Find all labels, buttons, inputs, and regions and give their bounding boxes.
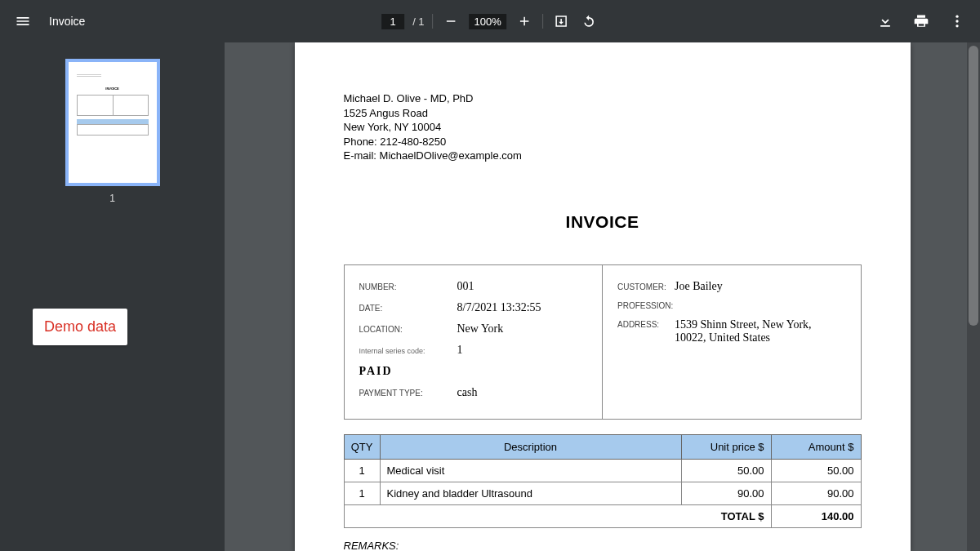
cell-desc: Kidney and bladder Ultrasound bbox=[380, 482, 681, 504]
svg-point-1 bbox=[956, 20, 958, 22]
address-label: ADDRESS: bbox=[617, 318, 675, 329]
date-value: 8/7/2021 13:32:55 bbox=[457, 301, 541, 314]
more-icon[interactable] bbox=[947, 11, 967, 31]
demo-data-badge: Demo data bbox=[33, 309, 127, 345]
address-value: 1539 Shinn Street, New York, 10022, Unit… bbox=[675, 318, 846, 344]
svg-point-2 bbox=[956, 24, 958, 27]
scrollbar-thumb[interactable] bbox=[969, 46, 978, 326]
total-value: 140.00 bbox=[771, 504, 861, 527]
cell-qty: 1 bbox=[344, 459, 380, 482]
table-row: 1 Kidney and bladder Ultrasound 90.00 90… bbox=[344, 482, 861, 504]
document-title: Invoice bbox=[49, 15, 85, 28]
col-qty: QTY bbox=[344, 434, 380, 459]
rotate-icon[interactable] bbox=[579, 11, 599, 31]
total-row: TOTAL $ 140.00 bbox=[344, 504, 861, 527]
customer-value: Joe Bailey bbox=[675, 280, 723, 293]
divider bbox=[542, 14, 543, 29]
table-row: 1 Medical visit 50.00 50.00 bbox=[344, 459, 861, 482]
customer-label: CUSTOMER: bbox=[617, 282, 675, 291]
fit-page-icon[interactable] bbox=[551, 11, 571, 31]
pdf-toolbar: Invoice 1 / 1 100% bbox=[0, 0, 980, 42]
cell-desc: Medical visit bbox=[380, 459, 681, 482]
location-value: New York bbox=[457, 322, 504, 335]
sender-name: Michael D. Olive - MD, PhD bbox=[344, 91, 862, 106]
scrollbar[interactable] bbox=[967, 42, 980, 551]
svg-point-0 bbox=[956, 16, 958, 18]
sender-phone: Phone: 212-480-8250 bbox=[344, 135, 862, 149]
remarks-heading: REMARKS: bbox=[344, 540, 862, 551]
sender-block: Michael D. Olive - MD, PhD 1525 Angus Ro… bbox=[344, 91, 862, 163]
zoom-out-icon[interactable] bbox=[442, 11, 461, 31]
cell-unit: 90.00 bbox=[681, 482, 771, 504]
cell-unit: 50.00 bbox=[681, 459, 771, 482]
number-value: 001 bbox=[457, 280, 474, 293]
paytype-label: PAYMENT TYPE: bbox=[359, 389, 457, 398]
sender-email: E-mail: MichaelDOlive@example.com bbox=[344, 149, 862, 163]
zoom-level[interactable]: 100% bbox=[470, 14, 506, 29]
number-label: NUMBER: bbox=[359, 282, 457, 291]
paytype-value: cash bbox=[457, 386, 478, 399]
page-thumbnail[interactable]: INVOICE bbox=[65, 59, 160, 186]
sender-street: 1525 Angus Road bbox=[344, 106, 862, 121]
date-label: DATE: bbox=[359, 304, 457, 313]
menu-icon[interactable] bbox=[13, 11, 33, 31]
profession-label: PROFESSION: bbox=[617, 301, 675, 310]
divider bbox=[433, 14, 434, 29]
sender-city: New York, NY 10004 bbox=[344, 120, 862, 135]
col-unit: Unit price $ bbox=[681, 434, 771, 459]
cell-amt: 90.00 bbox=[771, 482, 861, 504]
pdf-viewer[interactable]: Michael D. Olive - MD, PhD 1525 Angus Ro… bbox=[225, 42, 980, 551]
thumbnail-sidebar: INVOICE 1 Demo data bbox=[0, 42, 225, 551]
location-label: LOCATION: bbox=[359, 325, 457, 334]
download-icon[interactable] bbox=[875, 11, 895, 31]
line-items-table: QTY Description Unit price $ Amount $ 1 … bbox=[344, 434, 862, 528]
zoom-in-icon[interactable] bbox=[514, 11, 534, 31]
invoice-meta: NUMBER:001 DATE:8/7/2021 13:32:55 LOCATI… bbox=[344, 264, 862, 420]
col-desc: Description bbox=[380, 434, 681, 459]
cell-amt: 50.00 bbox=[771, 459, 861, 482]
col-amount: Amount $ bbox=[771, 434, 861, 459]
page-total: / 1 bbox=[412, 16, 424, 28]
page-current-input[interactable]: 1 bbox=[381, 14, 404, 29]
paid-stamp: PAID bbox=[359, 365, 588, 378]
pdf-page: Michael D. Olive - MD, PhD 1525 Angus Ro… bbox=[295, 42, 911, 551]
invoice-heading: INVOICE bbox=[344, 212, 862, 232]
series-value: 1 bbox=[457, 344, 463, 357]
cell-qty: 1 bbox=[344, 482, 380, 504]
thumbnail-label: 1 bbox=[109, 193, 115, 204]
print-icon[interactable] bbox=[911, 11, 931, 31]
total-label: TOTAL $ bbox=[344, 504, 771, 527]
series-label: Internal series code: bbox=[359, 347, 457, 355]
